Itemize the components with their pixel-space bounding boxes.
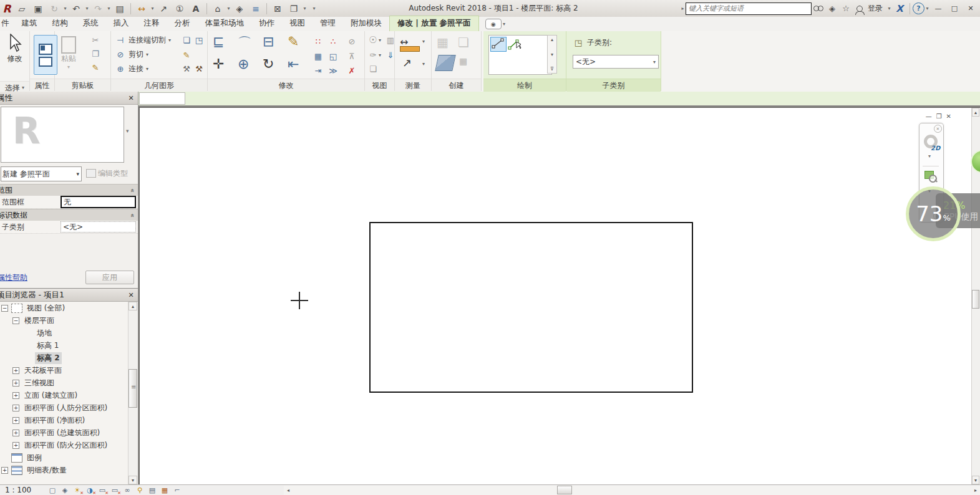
offset-icon[interactable]: ⌒ (238, 34, 251, 52)
gallery-expand-icon[interactable]: ⊽ (550, 66, 554, 72)
draw-line-tool[interactable] (490, 37, 507, 52)
pick-lines-tool[interactable] (508, 38, 522, 52)
measure-caret2-icon[interactable]: ▾ (422, 39, 425, 44)
ribbon-display-toggle[interactable]: ◉ (485, 19, 502, 29)
tree-expand-icon[interactable] (12, 442, 19, 449)
tab-analyze[interactable]: 分析 (167, 16, 198, 31)
panel-properties-label[interactable]: 属性 (30, 79, 54, 92)
wall-stack-icon[interactable] (435, 55, 456, 71)
default-3d-view-button[interactable]: ⌂ (210, 2, 225, 16)
tree-expand-icon[interactable] (12, 392, 19, 399)
mirror-pick-axis-icon[interactable]: ∷ (313, 36, 324, 46)
trim-extend-multiple-icon[interactable]: ≫ (327, 65, 339, 75)
copy-tool-icon[interactable]: ⊕ (238, 56, 249, 72)
signin-label[interactable]: 登录 (868, 3, 883, 14)
cope-button[interactable]: ⊣ 连接端切割 ▾ (115, 35, 171, 46)
tree-item-legends[interactable]: 图例 (0, 451, 129, 464)
paste-button[interactable]: 粘贴 ▾ (61, 36, 76, 70)
split-element-icon[interactable]: ⊟ (263, 34, 274, 49)
3d-view-caret-icon[interactable]: ▾ (226, 6, 231, 11)
create-similar-icon[interactable]: ❏ (458, 35, 469, 50)
properties-palette-header[interactable]: 属性 ✕ (0, 92, 138, 105)
tab-insert[interactable]: 插入 (106, 16, 137, 31)
view-lightbulb-icon[interactable]: ☉ (367, 35, 379, 45)
type-selector-dropdown[interactable]: 新建 参照平面 ▾ (1, 166, 82, 181)
tree-expand-icon[interactable] (12, 380, 19, 387)
switch-windows-button[interactable]: ❐ (286, 2, 301, 16)
split-with-gap-icon[interactable]: ✎ (288, 34, 299, 49)
view-close-icon[interactable]: ✕ (946, 113, 951, 120)
properties-toggle-button[interactable] (34, 35, 57, 75)
search-input[interactable] (686, 2, 812, 15)
rotate-icon[interactable]: ↻ (263, 56, 274, 72)
beam-joins-icon[interactable]: ❏ (181, 35, 192, 45)
unpin-icon[interactable]: ⊘ (346, 36, 357, 46)
panel-view-label[interactable]: 视图 (365, 79, 394, 92)
reveal-constraints-icon[interactable]: ⌐ (171, 486, 183, 495)
temporary-hide-isolate-icon[interactable]: ∞ (121, 486, 133, 495)
hscroll-left-icon[interactable]: ◂ (284, 486, 293, 495)
linework-caret-icon[interactable]: ▾ (379, 52, 381, 58)
options-bar-input[interactable] (139, 92, 185, 105)
section-identity-data[interactable]: 标识数据 « (0, 209, 138, 221)
cut-geometry-button[interactable]: ⊘ 剪切 ▾ (115, 49, 148, 60)
minimize-button[interactable]: — (930, 2, 946, 15)
tree-item-area-plans-civil-defense[interactable]: 面积平面 (人防分区面积) (0, 401, 129, 414)
collapse-chevron-icon[interactable]: « (129, 188, 135, 192)
measure-between-icon[interactable]: ↗ (402, 56, 412, 69)
delete-icon[interactable]: ✗ (346, 65, 357, 75)
tab-manage[interactable]: 管理 (313, 16, 343, 31)
tree-collapse-icon[interactable] (12, 317, 19, 324)
view-restore-icon[interactable]: ❐ (936, 113, 942, 120)
tree-item-3d-views[interactable]: 三维视图 (0, 377, 129, 389)
hscroll-right-icon[interactable]: ▸ (971, 486, 980, 495)
tree-expand-icon[interactable] (12, 417, 19, 424)
panel-create-label[interactable]: 创建 (432, 79, 481, 92)
help-icon[interactable]: ? (913, 2, 924, 14)
view-package-icon[interactable]: ❏ (367, 64, 379, 74)
apply-button[interactable]: 应用 (85, 271, 134, 284)
view-scale-control[interactable]: 1 : 100 (0, 486, 46, 494)
panel-modify-label[interactable]: 修改 (208, 79, 364, 92)
tab-addins[interactable]: 附加模块 (343, 16, 389, 31)
properties-help-link[interactable]: 属性帮助 (0, 272, 27, 283)
properties-close-icon[interactable]: ✕ (127, 94, 135, 102)
tree-item-area-plans-net[interactable]: 面积平面 (净面积) (0, 414, 129, 426)
panel-subcategory-label[interactable]: 子类别 (566, 79, 661, 92)
tab-view[interactable]: 视图 (282, 16, 313, 31)
view-minimize-icon[interactable]: — (926, 113, 932, 120)
tab-modify-place-reference-plane[interactable]: 修改 | 放置 参照平面 (389, 16, 479, 31)
scroll-down-icon[interactable]: ▾ (129, 476, 137, 484)
signin-person-icon[interactable] (853, 2, 866, 15)
align-icon[interactable]: ⊑ (213, 34, 224, 49)
exchange-apps-icon[interactable]: X (892, 3, 907, 14)
edit-type-button[interactable]: 编辑类型 (86, 166, 136, 180)
recording-percent-badge[interactable]: 73 % (906, 186, 961, 241)
panel-measure-label[interactable]: 测量 (395, 79, 431, 92)
measure-between-caret-icon[interactable]: ▾ (422, 61, 425, 67)
mirror-draw-axis-icon[interactable]: ∴ (327, 36, 339, 46)
switch-windows-caret-icon[interactable]: ▾ (302, 6, 308, 11)
measure-caret-icon[interactable]: ▾ (150, 6, 155, 11)
sun-path-icon[interactable]: ☀ (71, 486, 84, 495)
project-browser-header[interactable]: 项目浏览器 - 项目1 ✕ (0, 289, 138, 302)
tab-architecture[interactable]: 建筑 (14, 16, 45, 31)
tree-item-elevations[interactable]: 立面 (建筑立面) (0, 389, 129, 401)
gallery-down-icon[interactable]: ▾ (551, 52, 553, 57)
subcategory-row[interactable]: 子类别 <无> (0, 221, 138, 234)
visual-style-icon[interactable]: ◈ (59, 486, 71, 495)
tree-expand-icon[interactable] (12, 367, 19, 374)
aligned-dimension-button[interactable]: ↗ (156, 2, 171, 16)
vscroll-thumb[interactable] (972, 290, 979, 309)
section-extents[interactable]: 范围 « (0, 184, 138, 196)
crop-view-icon[interactable]: ▭ (96, 486, 109, 495)
collapse-chevron-icon[interactable]: « (129, 213, 135, 217)
maximize-button[interactable]: □ (946, 2, 963, 15)
demolish-hammer-icon[interactable]: ⚒ (193, 64, 205, 74)
tab-systems[interactable]: 系统 (75, 16, 106, 31)
print-button[interactable]: ▤ (112, 2, 127, 16)
split-face-icon[interactable]: ⚒ (181, 64, 192, 74)
thin-lines-button[interactable]: ≡ (248, 2, 263, 16)
panel-draw-label[interactable]: 绘制 (483, 79, 566, 92)
tree-collapse-icon[interactable] (1, 305, 8, 312)
